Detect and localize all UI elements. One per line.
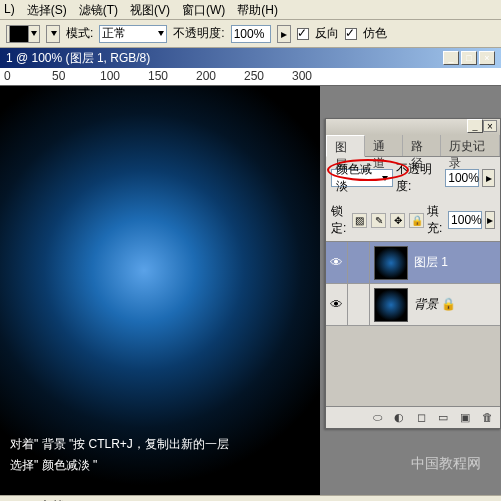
link-icon[interactable]: ⬭: [370, 411, 384, 425]
layer-row[interactable]: 👁 图层 1: [326, 242, 500, 284]
layer-list: 👁 图层 1 👁 背景 🔒: [326, 241, 500, 406]
horizontal-ruler: 0 50 100 150 200 250 300: [0, 68, 501, 86]
status-bar: 文档:468.8K/620.8K: [0, 495, 501, 501]
lock-label: 锁定:: [331, 203, 349, 237]
opacity-stepper[interactable]: ▸: [277, 25, 291, 43]
tab-channels[interactable]: 通道: [365, 135, 403, 156]
lock-transparency-icon[interactable]: ▨: [352, 213, 367, 228]
menu-bar: L) 选择(S) 滤镜(T) 视图(V) 窗口(W) 帮助(H): [0, 0, 501, 20]
layer-name[interactable]: 背景 🔒: [412, 296, 500, 313]
fx-icon[interactable]: ◐: [392, 411, 406, 425]
trash-icon[interactable]: 🗑: [480, 411, 494, 425]
reverse-checkbox[interactable]: [297, 28, 309, 40]
blend-mode-select[interactable]: 颜色减淡: [331, 169, 393, 187]
panel-titlebar: _ ×: [326, 119, 500, 135]
lock-pixels-icon[interactable]: ✎: [371, 213, 386, 228]
panel-opacity-input[interactable]: 100%: [445, 169, 479, 187]
gradient-type-selector[interactable]: [46, 25, 60, 43]
opacity-input[interactable]: 100%: [231, 25, 271, 43]
link-column[interactable]: [348, 242, 370, 284]
fill-input[interactable]: 100%: [448, 211, 482, 229]
mode-select[interactable]: 正常: [99, 25, 167, 43]
reverse-label: 反向: [315, 25, 339, 42]
link-column[interactable]: [348, 284, 370, 326]
empty-area: [326, 326, 500, 406]
panel-tabs: 图层 通道 路径 历史记录: [326, 135, 500, 157]
tab-history[interactable]: 历史记录: [441, 135, 500, 156]
menu-item[interactable]: 选择(S): [27, 2, 67, 17]
tab-paths[interactable]: 路径: [403, 135, 441, 156]
fill-stepper[interactable]: ▸: [485, 211, 495, 229]
menu-item[interactable]: 滤镜(T): [79, 2, 118, 17]
fill-label: 填充:: [427, 203, 445, 237]
lock-position-icon[interactable]: ✥: [390, 213, 405, 228]
panel-opacity-stepper[interactable]: ▸: [482, 169, 495, 187]
menu-item[interactable]: 帮助(H): [237, 2, 278, 17]
panel-opacity-label: 不透明度:: [396, 161, 442, 195]
lock-all-icon[interactable]: 🔒: [409, 213, 424, 228]
instruction-text: 对着" 背景 "按 CTLR+J，复制出新的一层 选择" 颜色减淡 ": [0, 430, 239, 479]
visibility-toggle[interactable]: 👁: [326, 242, 348, 284]
lock-icon: 🔒: [441, 297, 456, 311]
maximize-button[interactable]: □: [461, 51, 477, 65]
panel-close-icon[interactable]: ×: [483, 120, 497, 132]
layers-panel: _ × 图层 通道 路径 历史记录 颜色减淡 不透明度: 100% ▸ 锁定: …: [325, 118, 501, 429]
visibility-toggle[interactable]: 👁: [326, 284, 348, 326]
close-button[interactable]: ×: [479, 51, 495, 65]
minimize-icon[interactable]: _: [467, 119, 483, 133]
opacity-label: 不透明度:: [173, 25, 224, 42]
document-titlebar: 1 @ 100% (图层 1, RGB/8) _ □ ×: [0, 48, 501, 68]
gradient-preview[interactable]: [6, 25, 40, 43]
menu-item[interactable]: 视图(V): [130, 2, 170, 17]
dither-checkbox[interactable]: [345, 28, 357, 40]
menu-item[interactable]: 窗口(W): [182, 2, 225, 17]
dither-label: 仿色: [363, 25, 387, 42]
layer-thumbnail[interactable]: [374, 288, 408, 322]
tab-layers[interactable]: 图层: [326, 135, 365, 157]
mask-icon[interactable]: ◻: [414, 411, 428, 425]
menu-item[interactable]: L): [4, 2, 15, 17]
folder-icon[interactable]: ▭: [436, 411, 450, 425]
layer-row[interactable]: 👁 背景 🔒: [326, 284, 500, 326]
options-bar: 模式: 正常 不透明度: 100% ▸ 反向 仿色: [0, 20, 501, 48]
mode-label: 模式:: [66, 25, 93, 42]
layer-name[interactable]: 图层 1: [412, 254, 500, 271]
layer-thumbnail[interactable]: [374, 246, 408, 280]
new-layer-icon[interactable]: ▣: [458, 411, 472, 425]
minimize-button[interactable]: _: [443, 51, 459, 65]
panel-footer: ⬭ ◐ ◻ ▭ ▣ 🗑: [326, 406, 500, 428]
document-title: 1 @ 100% (图层 1, RGB/8): [6, 50, 150, 67]
watermark: 中国教程网: [411, 455, 481, 473]
